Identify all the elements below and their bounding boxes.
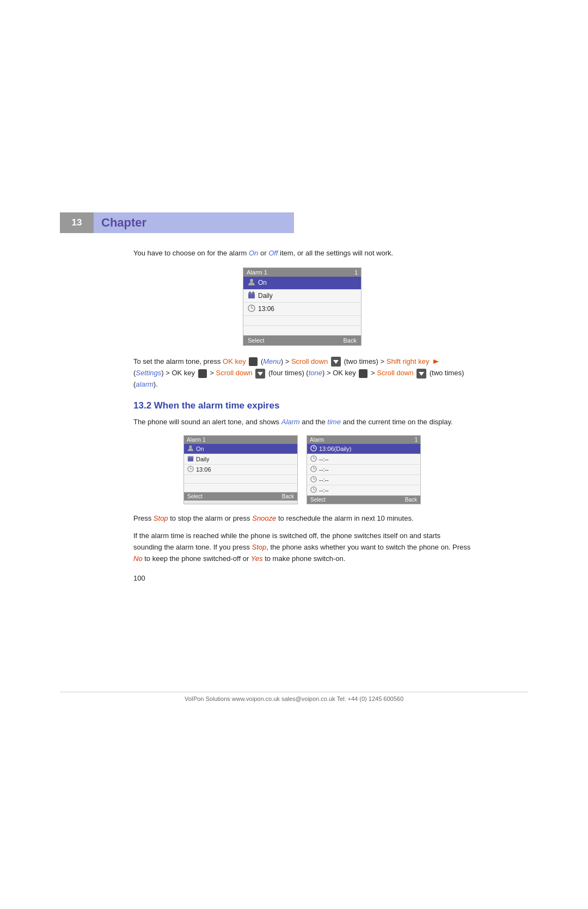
screen-row-time-2l: 13:06	[184, 465, 297, 475]
scroll-down-2: Scroll down	[216, 369, 253, 377]
stop-text-2: Stop	[252, 543, 267, 551]
chapter-title: Chapter	[94, 212, 294, 233]
scroll-down-1: Scroll down	[291, 357, 328, 365]
back-btn-1: Back	[344, 337, 357, 344]
chapter-number: 13	[60, 212, 94, 233]
screen-row-empty-r1: --:--	[307, 454, 420, 465]
menu-text: Menu	[263, 357, 281, 365]
daily-time-label: 13:06(Daily)	[319, 446, 351, 452]
btn-icon-1	[248, 357, 261, 365]
screen-row-on-2l: On	[184, 444, 297, 454]
screen-num-2r: 1	[414, 437, 418, 443]
btn-icon-3	[358, 369, 371, 377]
btn-icon-2	[197, 369, 210, 377]
note-text: If the alarm time is reached while the p…	[133, 530, 471, 564]
footer-text: VoIPon Solutions www.voipon.co.uk sales@…	[185, 696, 403, 702]
svg-rect-8	[249, 357, 258, 366]
time-label-2l: 13:06	[196, 466, 211, 473]
empty-time-2: --:--	[319, 466, 329, 473]
snooze-text: Snooze	[252, 514, 276, 522]
person-icon-2l	[187, 445, 194, 453]
clock-icon-2r-3	[310, 466, 317, 473]
select-btn-1: Select	[248, 337, 265, 344]
svg-point-18	[189, 446, 192, 448]
shift-key: Shift right key	[387, 357, 430, 365]
empty-time-3: --:--	[319, 477, 329, 483]
ok-key-1: OK key	[223, 357, 246, 365]
section-text-13-2: The phone will sound an alert tone, and …	[133, 417, 471, 428]
screen-title-2r: Alarm	[310, 437, 324, 443]
svg-rect-3	[249, 291, 250, 294]
screen-bottom-bar-1: Select Back	[243, 335, 361, 345]
yes-text: Yes	[251, 554, 263, 563]
alarm-screen-1: Alarm 1 1 On Daily 13:06	[243, 267, 362, 346]
empty-time-1: --:--	[319, 456, 329, 462]
empty-time-4: --:--	[319, 487, 329, 493]
scroll-icon-3	[415, 369, 430, 377]
svg-rect-4	[253, 291, 254, 294]
alarm-label: Alarm	[281, 418, 300, 426]
clock-icon-2r-2	[310, 455, 317, 463]
off-text: Off	[268, 249, 278, 257]
screen-bottom-2r: Select Back	[307, 496, 420, 504]
svg-point-0	[250, 279, 253, 282]
stop-text-1: Stop	[154, 514, 168, 522]
settings-text: Settings	[136, 369, 161, 377]
screen-row-empty-r2: --:--	[307, 465, 420, 475]
screen-row-daily-2l: Daily	[184, 454, 297, 465]
on-label: On	[258, 279, 267, 286]
screen-title-bar-2l: Alarm 1	[184, 436, 297, 444]
instruction-text-1: To set the alarm tone, press OK key (Men…	[133, 356, 471, 391]
no-text: No	[133, 554, 143, 563]
screen-title-2l: Alarm 1	[187, 437, 205, 443]
content-area: You have to choose on for the alarm On o…	[133, 248, 471, 588]
screen-row-daily-2r: 13:06(Daily)	[307, 444, 420, 454]
alarm-screen-2-right: Alarm 1 13:06(Daily) --:--	[307, 435, 421, 504]
arrow-right-icon	[431, 357, 441, 365]
svg-marker-11	[433, 359, 439, 364]
section-heading-13-2: 13.2 When the alarm time expires	[133, 400, 471, 411]
page-container: 13 Chapter You have to choose on for the…	[0, 0, 588, 909]
intro-text: You have to choose on for the alarm On o…	[133, 248, 471, 259]
time-label-2: time	[327, 418, 341, 426]
screen-empty-2l-2	[184, 484, 297, 492]
back-btn-2l: Back	[282, 493, 294, 499]
screen-title-num-1: 1	[354, 269, 358, 276]
screen-row-time: 13:06	[243, 303, 361, 316]
alarm-text: alarm	[136, 380, 154, 388]
clock-icon-2r-1	[310, 445, 317, 453]
clock-icon-2r-5	[310, 486, 317, 494]
scroll-icon-1	[330, 357, 344, 365]
clock-icon-2l	[187, 466, 194, 473]
svg-rect-15	[359, 369, 367, 378]
daily-label-2l: Daily	[196, 456, 209, 462]
back-btn-2r: Back	[405, 497, 417, 503]
svg-rect-2	[248, 292, 255, 294]
screen-row-empty-r3: --:--	[307, 475, 420, 485]
clock-icon-2r-4	[310, 476, 317, 484]
svg-rect-12	[198, 369, 207, 378]
screen-title-bar-1: Alarm 1 1	[243, 268, 361, 277]
page-number: 100	[133, 574, 471, 582]
scroll-icon-2	[254, 369, 268, 377]
scroll-down-3: Scroll down	[377, 369, 413, 377]
screen-row-daily: Daily	[243, 290, 361, 303]
footer-bar: VoIPon Solutions www.voipon.co.uk sales@…	[60, 692, 528, 702]
select-btn-2r: Select	[310, 497, 326, 503]
alarm-screen-2-left: Alarm 1 On Daily	[183, 435, 298, 504]
screen-title-bar-2r: Alarm 1	[307, 436, 420, 444]
on-label-2l: On	[196, 446, 204, 452]
cal-icon-1	[248, 291, 255, 301]
screen-title-1: Alarm 1	[247, 269, 267, 276]
person-icon-1	[248, 278, 255, 288]
on-text: On	[249, 249, 258, 257]
press-text: Press Stop to stop the alarm or press Sn…	[133, 513, 471, 524]
screen-row-empty-r4: --:--	[307, 485, 420, 496]
daily-label: Daily	[258, 292, 273, 300]
two-screens-container: Alarm 1 On Daily	[177, 435, 427, 504]
select-btn-2l: Select	[187, 493, 203, 499]
screen-empty-2l-1	[184, 475, 297, 484]
tone-text: tone	[309, 369, 322, 377]
screen-empty-2	[243, 326, 361, 335]
chapter-header: 13 Chapter	[60, 212, 294, 233]
